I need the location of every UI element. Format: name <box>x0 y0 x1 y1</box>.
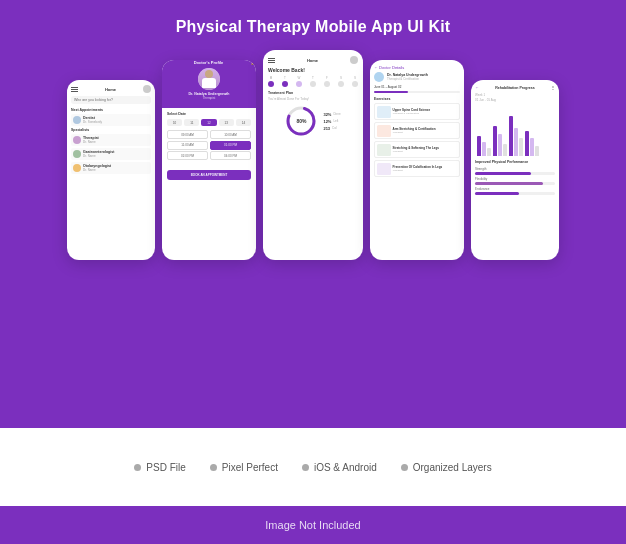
perf-fill <box>475 172 531 175</box>
phone-rehab-screen: ← Rehabilitation Progress ⋮ Week 1 01 Ju… <box>471 80 559 260</box>
progress-area: 80% 32% Done 12% Left <box>268 105 358 137</box>
perf-row-3: Endurance <box>475 187 555 195</box>
date-item[interactable]: 13 <box>219 119 234 126</box>
feature-label: Pixel Perfect <box>222 462 278 473</box>
phone-doctor-details: ← Doctor Details Dr. Natalya Undergrowth… <box>370 60 464 260</box>
menu-icon <box>71 87 78 92</box>
footer-text: Image Not Included <box>265 519 360 531</box>
back-arrow: ← <box>162 60 166 65</box>
avatar <box>143 85 151 93</box>
bar <box>525 131 529 156</box>
feature-label: Organized Layers <box>413 462 492 473</box>
bar <box>519 138 523 156</box>
doc-avatar <box>374 72 384 82</box>
bar <box>514 128 518 156</box>
date-item[interactable]: 11 <box>184 119 199 126</box>
phone-home: Home Who are you looking for? Next Appoi… <box>67 80 155 260</box>
feature-label: iOS & Android <box>314 462 377 473</box>
features-section: PSD File Pixel Perfect iOS & Android Org… <box>0 428 626 506</box>
doctor-avatar <box>198 68 220 90</box>
exercise-image-2 <box>377 125 391 137</box>
bar-chart <box>475 106 555 156</box>
phone-home-progress-screen: Home Welcome Back! M T <box>263 50 363 260</box>
phone-doctor-profile: ← Doctor's Profile 🔔 <box>162 60 256 260</box>
doc-role: Therapist & Certification <box>387 77 428 81</box>
treatment-plan-sub: You're Almost Done For Today! <box>268 97 358 101</box>
phone-home-progress: Home Welcome Back! M T <box>263 50 363 260</box>
page-title: Physical Therapy Mobile App UI Kit <box>176 18 451 36</box>
purple-section: Physical Therapy Mobile App UI Kit Home … <box>0 0 626 428</box>
specialists-title: Specialists <box>71 128 151 132</box>
stat-label-3: Cal <box>332 126 337 130</box>
date-progress-fill <box>374 91 408 93</box>
bar <box>487 148 491 156</box>
appointment-item: Dentist Dr. Somebody <box>71 114 151 126</box>
select-date-label: Select Date <box>167 112 251 116</box>
doctor-profile-body: Select Date 10 11 12 13 14 09:00 AM 10:0… <box>162 108 256 184</box>
date-item[interactable]: 10 <box>167 119 182 126</box>
perf-row-1: Strength <box>475 167 555 175</box>
date-item[interactable]: 14 <box>236 119 251 126</box>
date-item-active[interactable]: 12 <box>201 119 216 126</box>
back-button[interactable]: ← Doctor Details <box>374 65 460 70</box>
feature-label: PSD File <box>146 462 185 473</box>
doctor-profile-header: ← Doctor's Profile 🔔 <box>162 60 256 108</box>
time-slot-selected[interactable]: 01:00 PM <box>210 141 251 150</box>
treatment-plan-title: Treatment Plan <box>268 91 358 95</box>
feature-dot <box>401 464 408 471</box>
bar <box>503 144 507 156</box>
exercise-item-1: Upper Spine Cord Science Therapist & Cer… <box>374 103 460 120</box>
rehab-dates: 01 Jun - 01 Aug <box>475 98 555 102</box>
time-slot[interactable]: 04:00 PM <box>210 151 251 160</box>
time-slot[interactable]: 02:00 PM <box>167 151 208 160</box>
time-slot[interactable]: 09:00 AM <box>167 130 208 139</box>
specialist-item-1: Therapist Dr. Name <box>71 134 151 146</box>
spec-avatar-3 <box>73 164 81 172</box>
book-appointment-button[interactable]: BOOK AN APPOINTMENT <box>167 170 251 180</box>
features-row: PSD File Pixel Perfect iOS & Android Org… <box>134 462 491 473</box>
perf-fill <box>475 192 519 195</box>
stat-val-1: 32% <box>323 112 331 117</box>
appt-detail: Dr. Somebody <box>83 120 149 124</box>
feature-dot <box>210 464 217 471</box>
welcome-text: Welcome Back! <box>268 67 358 73</box>
time-grid: 09:00 AM 10:00 AM 11:00 AM 01:00 PM 02:0… <box>167 130 251 160</box>
exercise-image-4 <box>377 163 391 175</box>
bar <box>477 136 481 156</box>
menu-icon <box>268 58 275 63</box>
bell-icon: 🔔 <box>251 60 256 65</box>
feature-psd: PSD File <box>134 462 185 473</box>
week-label: Week 1 <box>475 93 555 97</box>
feature-dot <box>134 464 141 471</box>
exercise-image-1 <box>377 106 391 118</box>
spec-avatar-2 <box>73 150 81 158</box>
exercise-item-2: Arm Stretching & Certification Therapist <box>374 122 460 139</box>
bar <box>498 134 502 156</box>
appt-avatar <box>73 116 81 124</box>
perf-row-2: Flexibility <box>475 177 555 185</box>
exercises-title: Exercises <box>374 97 460 101</box>
phone-home-screen: Home Who are you looking for? Next Appoi… <box>67 80 155 260</box>
doctor-role: Therapist <box>203 96 216 100</box>
avatar <box>350 56 358 64</box>
feature-layers: Organized Layers <box>401 462 492 473</box>
progress-circle: 80% <box>285 105 317 137</box>
week-days: M T W T <box>268 76 358 87</box>
phone-doctor-profile-screen: ← Doctor's Profile 🔔 <box>162 60 256 260</box>
stat-val-2: 12% <box>323 119 331 124</box>
rehab-header: ← Rehabilitation Progress ⋮ <box>475 85 555 90</box>
feature-dot <box>302 464 309 471</box>
phone-rehab-progress: ← Rehabilitation Progress ⋮ Week 1 01 Ju… <box>471 80 559 260</box>
bar <box>493 126 497 156</box>
stat-label-1: Done <box>333 112 340 116</box>
rehab-title: Rehabilitation Progress <box>479 86 551 90</box>
bar <box>535 146 539 156</box>
home-label: Home <box>105 87 116 92</box>
time-slot[interactable]: 10:00 AM <box>210 130 251 139</box>
specialist-item-3: Otolaryngologist Dr. Name <box>71 162 151 174</box>
bar <box>509 116 513 156</box>
phones-row: Home Who are you looking for? Next Appoi… <box>67 50 559 260</box>
profile-title: Doctor's Profile <box>194 60 224 65</box>
exercise-item-3: Stretching & Softening The Legs Therapis… <box>374 141 460 158</box>
time-slot[interactable]: 11:00 AM <box>167 141 208 150</box>
